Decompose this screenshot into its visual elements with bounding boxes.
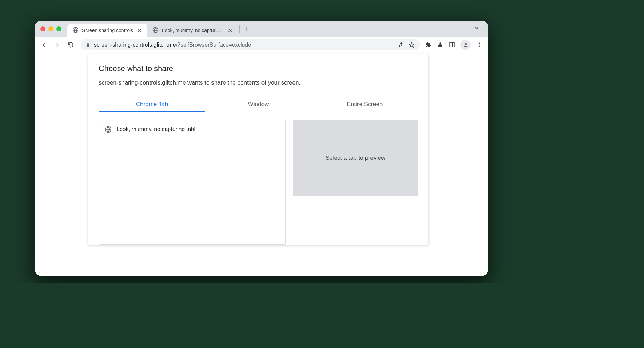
browser-tab-title: Screen sharing controls <box>82 27 133 33</box>
browser-tab-active[interactable]: Screen sharing controls ✕ <box>67 24 147 37</box>
bookmark-star-icon[interactable] <box>408 41 415 48</box>
shareable-tab-title: Look, mummy, no capturing tab! <box>116 126 195 133</box>
window-maximize-button[interactable] <box>56 26 61 31</box>
labs-flask-icon[interactable] <box>437 41 444 48</box>
lock-icon <box>86 42 90 47</box>
url-path: /?selfBrowserSurface=exclude <box>176 42 251 48</box>
browser-toolbar: screen-sharing-controls.glitch.me/?selfB… <box>35 37 488 53</box>
globe-icon <box>105 126 112 133</box>
window-close-button[interactable] <box>40 26 45 31</box>
preview-placeholder: Select a tab to preview <box>293 120 418 196</box>
window-minimize-button[interactable] <box>48 26 53 31</box>
dialog-title: Choose what to share <box>99 64 418 73</box>
tab-window[interactable]: Window <box>205 97 312 112</box>
tab-entire-screen[interactable]: Entire Screen <box>312 97 418 112</box>
svg-point-5 <box>479 44 480 45</box>
tab-chrome-tab[interactable]: Chrome Tab <box>99 97 205 112</box>
share-icon[interactable] <box>398 41 405 48</box>
extensions-icon[interactable] <box>425 41 432 48</box>
close-tab-icon[interactable]: ✕ <box>137 26 143 34</box>
new-tab-button[interactable]: + <box>241 23 252 35</box>
preview-placeholder-text: Select a tab to preview <box>325 155 385 161</box>
browser-tabs: Screen sharing controls ✕ Look, mummy, n… <box>67 21 483 37</box>
share-source-tabs: Chrome Tab Window Entire Screen <box>99 97 418 112</box>
page-content: Choose what to share screen-sharing-cont… <box>35 53 488 276</box>
profile-avatar-icon[interactable] <box>460 40 471 50</box>
toolbar-right-icons <box>425 40 484 50</box>
browser-tab-title: Look, mummy, no capturing tab <box>162 27 224 33</box>
traffic-lights <box>40 26 61 31</box>
forward-button[interactable] <box>52 40 63 50</box>
browser-tab[interactable]: Look, mummy, no capturing tab ✕ <box>147 24 238 37</box>
svg-point-6 <box>479 46 480 47</box>
browser-window: Screen sharing controls ✕ Look, mummy, n… <box>35 21 488 276</box>
svg-point-3 <box>465 43 467 45</box>
kebab-menu-icon[interactable] <box>476 41 483 48</box>
screen-share-dialog: Choose what to share screen-sharing-cont… <box>88 54 428 245</box>
globe-icon <box>152 27 159 33</box>
shareable-tab-item[interactable]: Look, mummy, no capturing tab! <box>103 124 281 135</box>
address-bar[interactable]: screen-sharing-controls.glitch.me/?selfB… <box>81 39 420 50</box>
close-tab-icon[interactable]: ✕ <box>227 26 233 34</box>
svg-rect-2 <box>450 43 454 47</box>
tab-separator <box>239 25 240 33</box>
title-bar: Screen sharing controls ✕ Look, mummy, n… <box>35 21 488 37</box>
share-dialog-body: Look, mummy, no capturing tab! Select a … <box>99 112 418 245</box>
side-panel-icon[interactable] <box>449 41 456 48</box>
shareable-tab-list[interactable]: Look, mummy, no capturing tab! <box>99 120 286 245</box>
tabs-overflow-chevron-icon[interactable] <box>471 22 483 35</box>
preview-panel: Select a tab to preview <box>293 120 418 245</box>
url-host: screen-sharing-controls.glitch.me <box>94 42 176 48</box>
reload-button[interactable] <box>65 40 76 50</box>
url-text: screen-sharing-controls.glitch.me/?selfB… <box>94 42 394 48</box>
dialog-subtitle: screen-sharing-controls.glitch.me wants … <box>99 79 418 86</box>
svg-point-4 <box>479 42 480 44</box>
globe-icon <box>72 27 79 33</box>
back-button[interactable] <box>39 40 49 50</box>
